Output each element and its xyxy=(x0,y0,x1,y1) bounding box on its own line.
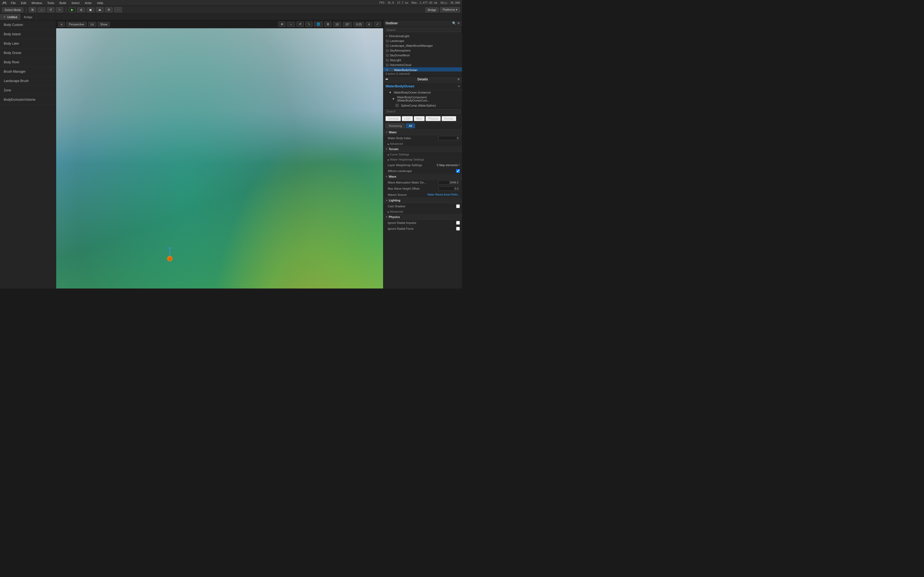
menu-window[interactable]: Window xyxy=(31,2,43,5)
water-body-index-input[interactable] xyxy=(438,136,460,140)
rotate-button[interactable]: ↺ xyxy=(47,7,54,12)
waves-source-value[interactable]: Water Waves Asset Refer... xyxy=(427,193,460,196)
lit-button[interactable]: Lit xyxy=(88,22,96,27)
waterbodyocean-title: WaterBodyOcean xyxy=(386,84,414,88)
streaming-button[interactable]: Streaming xyxy=(386,123,405,128)
cast-shadow-checkbox[interactable] xyxy=(456,205,460,208)
eye-visible-icon[interactable]: 👁 xyxy=(386,68,389,71)
curve-settings[interactable]: Curve Settings xyxy=(383,152,462,157)
wave-attenuation-input[interactable] xyxy=(438,180,460,185)
scale-value[interactable]: 0.25 xyxy=(354,22,364,27)
outliner-item-waterbrushmanager[interactable]: ⬛ Landscape_WaterBrushManager xyxy=(383,43,462,48)
more-button[interactable]: ⋯ xyxy=(114,7,122,12)
cloud-icon: ⬛ xyxy=(386,64,389,66)
outliner-item-waterbodyocean[interactable]: 👁 ⬛ WaterBodyOcean xyxy=(383,67,462,71)
sidebar-item-body-island[interactable]: Body Island xyxy=(0,30,56,39)
content-mode-button[interactable]: ⊞ xyxy=(29,7,36,12)
select-mode-button[interactable]: Select Mode xyxy=(2,8,23,12)
move-button[interactable]: ↔ xyxy=(38,8,45,12)
ignore-radial-impulse-checkbox[interactable] xyxy=(456,221,460,225)
sidebar-item-landscape-brush[interactable]: Landscape Brush xyxy=(0,76,56,86)
outliner-search-input[interactable] xyxy=(384,27,461,32)
platforms-button[interactable]: Platforms ▾ xyxy=(440,7,460,12)
max-wave-height-input[interactable] xyxy=(438,187,460,191)
details-tab-lod[interactable]: LOD xyxy=(402,116,413,121)
tab-untitled[interactable]: ✕ Untitled xyxy=(0,14,21,20)
menu-actor[interactable]: Actor xyxy=(84,2,93,5)
outliner-item-landscape[interactable]: ⬛ Landscape xyxy=(383,39,462,43)
outliner-close-icon[interactable]: ✕ xyxy=(457,21,460,25)
stop-button[interactable]: ⏹ xyxy=(87,8,94,12)
menu-help[interactable]: Help xyxy=(96,2,104,5)
transform-move[interactable]: ↔ xyxy=(287,22,295,27)
details-component[interactable]: ▼ WaterBodyComponent (WaterBodyOceanCom.… xyxy=(383,95,462,103)
pause-button[interactable]: ⏸ xyxy=(77,8,85,12)
scale-button[interactable]: ⤡ xyxy=(56,7,63,12)
details-spline[interactable]: ⬛ SplineComp (WaterSpline) xyxy=(383,103,462,108)
transform-rotate[interactable]: ↺ xyxy=(297,22,304,27)
details-tab-general[interactable]: General xyxy=(386,116,401,121)
details-tab-physics[interactable]: Physics xyxy=(426,116,441,121)
outliner-item-skydomemesh[interactable]: ⬛ SkyDomeMesh xyxy=(383,53,462,58)
viewport-menu-button[interactable]: ≡ xyxy=(58,22,65,27)
all-button[interactable]: All xyxy=(406,123,415,128)
outliner-item-label: Landscape xyxy=(390,39,404,42)
outliner-item-skylight[interactable]: ⬛ SkyLight xyxy=(383,58,462,63)
show-button[interactable]: Show xyxy=(98,22,110,27)
sidebar-item-brush-manager[interactable]: Brush Manager xyxy=(0,67,56,76)
world-local-toggle[interactable]: 🌐 xyxy=(314,22,323,27)
wave-section-header[interactable]: Wave xyxy=(383,174,462,179)
lighting-section-header[interactable]: Lighting xyxy=(383,198,462,203)
physics-section-header[interactable]: Physics xyxy=(383,214,462,220)
add-component-icon[interactable]: + xyxy=(458,84,460,88)
details-instance[interactable]: ▼ WaterBodyOcean (Instance) xyxy=(383,90,462,95)
sidebar-item-body-exclusion[interactable]: BodyExclusionVolume xyxy=(0,95,56,105)
simulate-button[interactable]: ⚙ xyxy=(105,7,113,12)
sidebar-item-zone[interactable]: Zone xyxy=(0,86,56,95)
tab-bridge[interactable]: Bridge xyxy=(21,14,36,20)
water-heightmap-settings[interactable]: Water Heightmap Settings xyxy=(383,157,462,162)
instance-label: WaterBodyOcean (Instance) xyxy=(394,91,431,94)
component-label: WaterBodyComponent (WaterBodyOceanCom... xyxy=(397,96,460,102)
grid-toggle[interactable]: ⊞ xyxy=(324,22,331,27)
details-search-input[interactable] xyxy=(384,109,461,114)
affects-landscape-checkbox[interactable] xyxy=(456,169,460,173)
bridge-button[interactable]: Bridge xyxy=(425,8,439,12)
terrain-section-header[interactable]: Terrain xyxy=(383,147,462,152)
menu-file[interactable]: File xyxy=(10,2,17,5)
details-close-icon[interactable]: ✕ xyxy=(457,77,460,81)
outliner-search-icon[interactable]: 🔍 xyxy=(452,21,456,25)
skydome-icon: ⬛ xyxy=(386,54,389,57)
menu-tools[interactable]: Tools xyxy=(46,2,55,5)
camera-value[interactable]: 4 xyxy=(366,22,372,27)
eject-button[interactable]: ⏏ xyxy=(96,7,103,12)
advanced-lighting[interactable]: Advanced xyxy=(383,209,462,214)
sidebar-item-body-river[interactable]: Body River xyxy=(0,58,56,67)
outliner-item-skyatmosphere[interactable]: ⬛ SkyAtmosphere xyxy=(383,48,462,53)
angle-value[interactable]: 10° xyxy=(343,22,352,27)
water-section-label: Water xyxy=(389,131,397,134)
transform-select[interactable]: ⊕ xyxy=(278,22,286,27)
outliner-item-volumetriccloud[interactable]: ⬛ VolumetricCloud xyxy=(383,63,462,67)
sidebar-item-body-custom[interactable]: Body Custom xyxy=(0,20,56,30)
menu-build[interactable]: Build xyxy=(58,2,67,5)
prop-ignore-radial-force: Ignore Radial Force xyxy=(383,226,462,232)
viewport[interactable]: ≡ Perspective Lit Show ⊕ ↔ ↺ ⤡ 🌐 ⊞ 10 10… xyxy=(56,20,383,288)
close-icon[interactable]: ✕ xyxy=(3,15,6,19)
water-section-header[interactable]: Water xyxy=(383,130,462,135)
transform-scale[interactable]: ⤡ xyxy=(305,22,313,27)
ignore-radial-force-checkbox[interactable] xyxy=(456,227,460,230)
perspective-button[interactable]: Perspective xyxy=(66,22,86,27)
advanced-water[interactable]: Advanced xyxy=(383,141,462,147)
menu-edit[interactable]: Edit xyxy=(20,2,27,5)
details-tab-render[interactable]: Render xyxy=(442,116,456,121)
layer-weightmap-icon[interactable]: ↺ xyxy=(458,163,460,166)
grid-value[interactable]: 10 xyxy=(333,22,341,27)
details-tab-misc[interactable]: Misc xyxy=(414,116,425,121)
maximize-button[interactable]: ⤢ xyxy=(374,22,381,27)
outliner-item-directionallight[interactable]: ☀ DirectionalLight xyxy=(383,34,462,39)
menu-select[interactable]: Select xyxy=(70,2,81,5)
sidebar-item-body-lake[interactable]: Body Lake xyxy=(0,39,56,48)
sidebar-item-body-ocean[interactable]: Body Ocean xyxy=(0,48,56,58)
play-button[interactable]: ▶ xyxy=(69,7,76,12)
